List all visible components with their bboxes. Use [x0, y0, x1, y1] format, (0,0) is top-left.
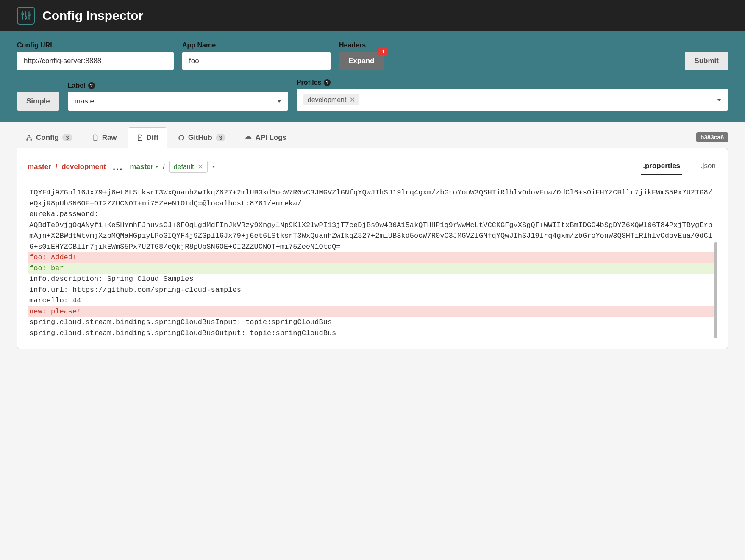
sitemap-icon — [26, 134, 33, 141]
diff-line: spring.cloud.stream.bindings.springCloud… — [28, 328, 717, 339]
tab-github[interactable]: GitHub 3 — [169, 127, 234, 148]
chevron-down-icon — [155, 166, 158, 168]
right-profile-tag: default ✕ — [169, 161, 208, 173]
simple-button[interactable]: Simple — [17, 92, 59, 111]
left-label[interactable]: master — [28, 163, 51, 171]
headers-label: Headers — [339, 42, 384, 49]
right-label-dropdown[interactable]: master — [130, 163, 158, 171]
diff-line: info.url: https://github.com/spring-clou… — [28, 285, 717, 296]
remove-right-profile-icon[interactable]: ✕ — [197, 163, 203, 171]
label-select-value: master — [75, 97, 97, 105]
diff-line: IQYF4j9ZGpl16Jx79+j6et6LStksrT3WxQuanhZw… — [28, 187, 717, 209]
commit-badge[interactable]: b383ca6 — [696, 132, 728, 142]
left-profile[interactable]: development — [61, 163, 106, 171]
app-name-input[interactable] — [182, 52, 331, 70]
svg-point-3 — [25, 17, 27, 18]
diff-line: spring.cloud.stream.bindings.springCloud… — [28, 317, 717, 328]
config-url-label: Config URL — [17, 42, 174, 49]
form-bar: Config URL App Name Headers Expand 1 Sub… — [0, 31, 745, 122]
main-tabs: Config 3 Raw Diff GitHub 3 API Logs — [17, 127, 295, 148]
tab-raw[interactable]: Raw — [83, 127, 126, 148]
svg-point-5 — [28, 14, 30, 16]
diff-line: marcello: 44 — [28, 295, 717, 306]
format-tab-properties[interactable]: .properties — [641, 158, 682, 175]
cloud-icon — [245, 134, 252, 141]
svg-rect-7 — [26, 139, 28, 140]
help-icon[interactable]: ? — [88, 82, 95, 89]
config-url-input[interactable] — [17, 52, 174, 70]
file-icon — [92, 134, 99, 141]
diff-line: info.description: Spring Cloud Samples — [28, 274, 717, 285]
chevron-down-icon — [277, 100, 281, 103]
tab-config[interactable]: Config 3 — [17, 127, 81, 148]
profiles-select[interactable]: development ✕ — [297, 89, 728, 111]
tab-apilogs[interactable]: API Logs — [236, 127, 295, 148]
chevron-down-icon[interactable] — [212, 166, 215, 168]
app-title: Config Inspector — [42, 8, 143, 23]
tab-diff[interactable]: Diff — [128, 127, 167, 148]
diff-line: new: please! — [28, 306, 717, 317]
remove-profile-icon[interactable]: ✕ — [350, 96, 355, 104]
profile-tag: development ✕ — [303, 94, 360, 105]
diff-dots: ... — [110, 161, 125, 172]
diff-line: foo: bar — [28, 263, 717, 274]
scrollbar-thumb[interactable] — [714, 242, 717, 338]
headers-count-badge: 1 — [378, 47, 388, 55]
svg-rect-6 — [28, 135, 30, 136]
diff-body[interactable]: IQYF4j9ZGpl16Jx79+j6et6LStksrT3WxQuanhZw… — [28, 187, 717, 338]
format-tab-json[interactable]: .json — [699, 158, 717, 175]
svg-rect-8 — [31, 139, 32, 140]
diff-toolbar: master / development ... master / defaul… — [28, 158, 717, 182]
app-name-label: App Name — [182, 42, 331, 49]
app-header: Config Inspector — [0, 0, 745, 31]
chevron-down-icon — [717, 99, 721, 101]
svg-point-1 — [22, 13, 23, 15]
submit-button[interactable]: Submit — [685, 52, 728, 70]
diff-panel: master / development ... master / defaul… — [17, 148, 728, 349]
app-logo-icon — [17, 7, 35, 25]
diff-line: eureka.password: — [28, 209, 717, 220]
label-select[interactable]: master — [68, 92, 288, 111]
github-count-badge: 3 — [216, 134, 226, 141]
diff-line: AQBdTe9vjgOqANyfi+Ke5HYmhFJnuvsGJ+8FOqLg… — [28, 220, 717, 252]
profiles-label: Profiles ? — [297, 79, 728, 86]
headers-expand-button[interactable]: Expand — [339, 52, 384, 70]
label-field-label: Label ? — [68, 82, 288, 89]
slash-sep: / — [56, 163, 57, 171]
help-icon[interactable]: ? — [324, 79, 331, 86]
diff-line: foo: Added! — [28, 252, 717, 263]
config-count-badge: 3 — [62, 134, 72, 141]
file-diff-icon — [136, 134, 143, 141]
github-icon — [178, 134, 185, 141]
